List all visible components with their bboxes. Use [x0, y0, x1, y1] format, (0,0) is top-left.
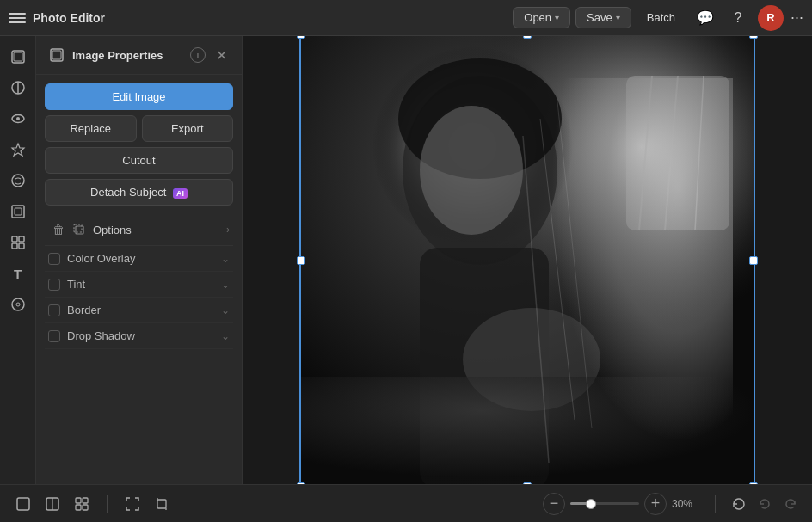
options-label: Options: [89, 224, 226, 236]
panel-header: Image Properties i ✕: [36, 36, 242, 75]
panel-info-icon[interactable]: i: [190, 47, 206, 63]
canvas-container: [299, 36, 755, 484]
view-split-icon[interactable]: [40, 491, 65, 517]
topbar: Photo Editor Open ▾ Save ▾ Batch 💬 ? R ·…: [0, 0, 812, 36]
panel-body: Edit Image Replace Export Cutout Detach …: [36, 75, 242, 358]
batch-button[interactable]: Batch: [637, 8, 686, 28]
detach-subject-button[interactable]: Detach Subject AI: [45, 179, 233, 206]
visibility-tool[interactable]: [4, 105, 32, 132]
more-icon-button[interactable]: ···: [790, 9, 803, 27]
panel-close-icon[interactable]: ✕: [212, 46, 230, 64]
svg-rect-9: [15, 208, 22, 215]
drop-shadow-label: Drop Shadow: [67, 329, 221, 342]
export-button[interactable]: Export: [142, 115, 234, 142]
options-row[interactable]: 🗑 Options ›: [45, 214, 233, 246]
color-overlay-label: Color Overlay: [67, 252, 221, 265]
drop-shadow-checkbox[interactable]: [48, 330, 60, 342]
cutout-button[interactable]: Cutout: [45, 147, 233, 174]
misc-tool[interactable]: [4, 291, 32, 318]
svg-rect-39: [76, 498, 81, 503]
tint-chevron-icon: ⌄: [221, 279, 230, 291]
tint-checkbox[interactable]: [48, 279, 60, 291]
svg-point-15: [16, 303, 20, 306]
refresh-button[interactable]: [728, 493, 750, 515]
help-icon-button[interactable]: ?: [725, 5, 751, 31]
panel-title: Image Properties: [72, 49, 183, 62]
text-icon: T: [14, 267, 22, 281]
canvas-area[interactable]: [243, 36, 812, 484]
svg-rect-18: [76, 226, 83, 234]
svg-rect-41: [76, 505, 81, 510]
view-mode-group: [10, 491, 95, 517]
view-single-icon[interactable]: [10, 491, 36, 517]
options-chevron-icon: ›: [226, 224, 230, 236]
svg-point-14: [12, 298, 24, 310]
text-tool[interactable]: T: [4, 260, 32, 287]
redo-button[interactable]: [779, 493, 802, 515]
bottom-bar: − + 30%: [0, 484, 812, 522]
svg-rect-40: [83, 498, 88, 503]
photo-image: [299, 36, 755, 484]
svg-rect-43: [157, 500, 166, 508]
svg-point-7: [12, 175, 24, 187]
undo-button[interactable]: [754, 493, 776, 515]
border-row[interactable]: Border ⌄: [45, 298, 233, 323]
save-chevron-icon: ▾: [616, 13, 620, 22]
svg-rect-36: [17, 498, 29, 510]
drop-shadow-chevron-icon: ⌄: [221, 330, 230, 342]
svg-rect-10: [12, 236, 17, 242]
history-group: [728, 493, 802, 515]
zoom-controls: − + 30%: [543, 493, 703, 515]
svg-line-30: [665, 76, 678, 230]
zoom-out-button[interactable]: −: [543, 493, 565, 515]
effects-tool[interactable]: [4, 136, 32, 163]
sticker-tool[interactable]: [4, 167, 32, 194]
tint-row[interactable]: Tint ⌄: [45, 272, 233, 298]
fit-icon[interactable]: [120, 491, 145, 517]
replace-button[interactable]: Replace: [45, 115, 137, 142]
copy-icon[interactable]: [69, 219, 89, 240]
drop-shadow-row[interactable]: Drop Shadow ⌄: [45, 323, 233, 349]
color-overlay-checkbox[interactable]: [48, 253, 60, 265]
svg-rect-11: [19, 236, 24, 242]
menu-icon[interactable]: [9, 9, 26, 27]
view-grid-icon[interactable]: [69, 491, 95, 517]
ai-badge: AI: [173, 188, 188, 199]
svg-rect-32: [299, 377, 755, 485]
avatar[interactable]: R: [758, 5, 784, 31]
color-overlay-row[interactable]: Color Overlay ⌄: [45, 246, 233, 272]
svg-rect-28: [626, 76, 729, 230]
svg-line-34: [557, 101, 592, 428]
app-title: Photo Editor: [33, 11, 105, 25]
chat-icon-button[interactable]: 💬: [692, 5, 718, 31]
adjustments-tool[interactable]: [4, 74, 32, 101]
trash-icon[interactable]: 🗑: [48, 219, 69, 240]
save-label: Save: [587, 11, 612, 24]
border-checkbox[interactable]: [48, 304, 60, 316]
svg-rect-1: [14, 52, 22, 61]
layers-tool[interactable]: [4, 43, 32, 71]
frame-tool[interactable]: [4, 198, 32, 225]
save-button[interactable]: Save ▾: [575, 7, 631, 28]
batch-label: Batch: [647, 11, 675, 24]
zoom-percentage: 30%: [672, 498, 703, 510]
zoom-slider-thumb[interactable]: [586, 499, 596, 509]
image-properties-panel: Image Properties i ✕ Edit Image Replace …: [36, 36, 243, 484]
detach-subject-label: Detach Subject: [90, 186, 166, 199]
crop-icon[interactable]: [149, 491, 175, 517]
border-label: Border: [67, 304, 221, 316]
topbar-center: Open ▾ Save ▾ Batch: [513, 7, 686, 28]
topbar-right: 💬 ? R ···: [692, 5, 803, 31]
open-chevron-icon: ▾: [555, 13, 559, 22]
fit-crop-group: [120, 491, 175, 517]
separator-1: [107, 495, 108, 513]
main-area: T Image Properties i ✕ Edit Image: [0, 36, 812, 484]
svg-marker-6: [12, 144, 24, 156]
edit-image-button[interactable]: Edit Image: [45, 83, 233, 110]
open-button[interactable]: Open ▾: [513, 7, 570, 28]
svg-rect-19: [74, 224, 82, 232]
zoom-in-button[interactable]: +: [644, 493, 667, 515]
zoom-slider[interactable]: [570, 502, 639, 505]
open-label: Open: [524, 11, 551, 24]
object-tool[interactable]: [4, 229, 32, 256]
